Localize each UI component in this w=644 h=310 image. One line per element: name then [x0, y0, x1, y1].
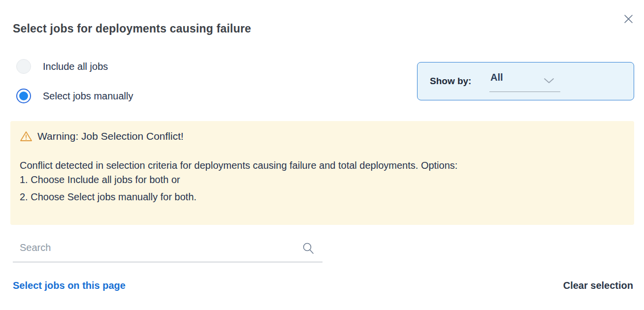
show-by-dropdown[interactable]: All	[489, 69, 560, 92]
show-by-panel: Show by: All	[417, 62, 634, 100]
search-input[interactable]	[13, 236, 322, 262]
chevron-down-icon	[544, 78, 554, 84]
radio-option-label: Select jobs manually	[43, 91, 133, 102]
radio-option-include-all-jobs[interactable]: Include all jobs	[16, 59, 108, 74]
select-jobs-dialog: Select jobs for deployments causing fail…	[0, 0, 644, 310]
warning-header: Warning: Job Selection Conflict!	[20, 130, 184, 142]
close-icon	[623, 14, 634, 24]
show-by-selected-value: All	[490, 72, 503, 83]
radio-button-icon[interactable]	[16, 89, 31, 103]
close-button[interactable]	[622, 12, 635, 25]
warning-title: Warning: Job Selection Conflict!	[37, 130, 184, 142]
warning-option-2: 2. Choose Select jobs manually for both.	[20, 188, 196, 206]
warning-triangle-icon	[20, 130, 32, 142]
warning-option-1: 1. Choose Include all jobs for both or	[20, 171, 196, 188]
dialog-title: Select jobs for deployments causing fail…	[13, 22, 251, 35]
radio-button-icon[interactable]	[16, 59, 31, 74]
search-field	[13, 236, 322, 262]
radio-option-label: Include all jobs	[43, 61, 108, 72]
warning-banner: Warning: Job Selection Conflict! Conflic…	[10, 121, 634, 225]
clear-selection-button[interactable]: Clear selection	[563, 280, 633, 291]
select-jobs-on-page-link[interactable]: Select jobs on this page	[13, 280, 126, 291]
warning-options: 1. Choose Include all jobs for both or 2…	[20, 171, 196, 206]
show-by-label: Show by:	[430, 62, 471, 100]
warning-message: Conflict detected in selection criteria …	[20, 159, 457, 172]
radio-option-select-jobs-manually[interactable]: Select jobs manually	[16, 89, 133, 103]
